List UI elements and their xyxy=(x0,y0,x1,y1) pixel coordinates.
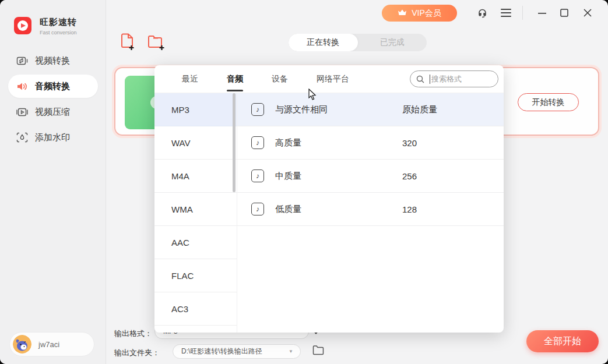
output-format-label: 输出格式： xyxy=(114,328,152,339)
quality-name: 中质量 xyxy=(275,171,301,182)
popup-tab-web-platform[interactable]: 网络平台 xyxy=(317,65,349,93)
format-item-ac3[interactable]: AC3 xyxy=(154,292,237,326)
watermark-icon xyxy=(16,132,28,143)
user-avatar xyxy=(13,335,31,354)
text-caret xyxy=(430,75,430,84)
format-item-mp3[interactable]: MP3 xyxy=(154,93,237,126)
video-convert-icon xyxy=(16,55,28,66)
format-item-aac[interactable]: AAC xyxy=(154,226,237,259)
quality-value: 原始质量 xyxy=(402,104,437,115)
tab-converting[interactable]: 正在转换 xyxy=(289,34,358,51)
quality-row-source[interactable]: ♪ 与源文件相同 原始质量 xyxy=(237,93,504,126)
output-folder-value: D:\旺影速转\转换输出路径 xyxy=(181,347,262,356)
music-note-icon: ♪ xyxy=(251,203,264,215)
app-window: VIP会员 旺影速转 Fast conversion xyxy=(0,0,608,364)
user-account-button[interactable]: jw7aci xyxy=(9,332,94,356)
add-folder-icon[interactable] xyxy=(147,34,165,51)
tab-completed[interactable]: 已完成 xyxy=(358,34,427,51)
audio-convert-icon xyxy=(16,80,28,92)
popup-tab-recent[interactable]: 最近 xyxy=(182,65,198,93)
video-compress-icon xyxy=(16,106,28,118)
popup-body: MP3 WAV M4A WMA AAC FLAC AC3 ♪ 与源文件相同 原始… xyxy=(154,93,504,333)
crown-icon xyxy=(398,9,407,18)
search-icon xyxy=(416,75,424,83)
hamburger-menu-icon[interactable] xyxy=(500,7,512,19)
app-tagline: Fast conversion xyxy=(40,30,77,36)
music-note-icon: ♪ xyxy=(251,169,264,182)
quality-list: ♪ 与源文件相同 原始质量 ♪ 高质量 320 ♪ 中质量 256 xyxy=(237,93,504,333)
format-picker-popup: 最近 音频 设备 网络平台 MP3 WAV xyxy=(154,65,504,333)
minimize-button[interactable] xyxy=(537,8,547,18)
quality-value: 128 xyxy=(402,204,417,214)
vip-button[interactable]: VIP会员 xyxy=(382,5,457,22)
format-search-input[interactable] xyxy=(431,75,490,83)
popup-tab-audio[interactable]: 音频 xyxy=(227,65,243,93)
sidebar-item-video-convert[interactable]: 视频转换 xyxy=(8,49,98,72)
output-folder-label: 输出文件夹： xyxy=(114,348,160,358)
format-item-m4a[interactable]: M4A xyxy=(154,160,237,193)
username-label: jw7aci xyxy=(38,340,59,349)
output-folder-dropdown[interactable]: D:\旺影速转\转换输出路径 ▼ xyxy=(173,344,301,359)
open-folder-icon[interactable] xyxy=(312,345,324,355)
close-button[interactable] xyxy=(582,8,593,18)
quality-name: 低质量 xyxy=(275,204,301,215)
start-all-button[interactable]: 全部开始 xyxy=(526,330,599,352)
format-item-wav[interactable]: WAV xyxy=(154,126,237,160)
format-item-wma[interactable]: WMA xyxy=(154,193,237,226)
format-item-flac[interactable]: FLAC xyxy=(154,259,237,292)
chevron-down-icon: ▼ xyxy=(289,349,293,354)
sidebar-menu: 视频转换 音频转换 xyxy=(0,49,106,151)
quality-row-high[interactable]: ♪ 高质量 320 xyxy=(237,126,504,160)
sidebar-item-label: 视频压缩 xyxy=(35,107,70,118)
format-list: MP3 WAV M4A WMA AAC FLAC AC3 xyxy=(154,93,237,333)
quality-value: 256 xyxy=(402,171,417,181)
add-file-icon[interactable] xyxy=(120,33,135,51)
quality-row-medium[interactable]: ♪ 中质量 256 xyxy=(237,160,504,193)
maximize-button[interactable] xyxy=(559,8,570,18)
format-search-box[interactable] xyxy=(410,70,498,87)
quality-name: 与源文件相同 xyxy=(275,104,328,115)
sidebar-item-label: 视频转换 xyxy=(35,55,70,66)
format-list-scrollbar[interactable] xyxy=(233,93,236,192)
quality-name: 高质量 xyxy=(275,137,301,149)
titlebar-divider xyxy=(522,6,523,20)
sidebar-item-audio-convert[interactable]: 音频转换 xyxy=(8,75,98,98)
sidebar-item-video-compress[interactable]: 视频压缩 xyxy=(8,100,98,123)
sidebar-item-label: 音频转换 xyxy=(35,81,70,92)
sidebar-item-label: 添加水印 xyxy=(35,132,70,143)
main-area: 正在转换 已完成 开始转换 输出格式： MP3 输出文件夹： D:\旺影速转\转… xyxy=(106,0,608,364)
sidebar-item-add-watermark[interactable]: 添加水印 xyxy=(8,126,98,149)
vip-label: VIP会员 xyxy=(412,8,441,19)
popup-header: 最近 音频 设备 网络平台 xyxy=(154,65,504,93)
music-note-icon: ♪ xyxy=(251,136,264,149)
quality-value: 320 xyxy=(402,138,417,148)
music-note-icon: ♪ xyxy=(251,103,264,116)
sidebar: 旺影速转 Fast conversion 视频转换 xyxy=(0,0,106,364)
support-headset-icon[interactable] xyxy=(476,7,488,19)
start-convert-button[interactable]: 开始转换 xyxy=(518,93,579,111)
conversion-tabs: 正在转换 已完成 xyxy=(289,34,427,51)
titlebar: VIP会员 xyxy=(0,0,608,26)
popup-tab-device[interactable]: 设备 xyxy=(272,65,288,93)
quality-row-low[interactable]: ♪ 低质量 128 xyxy=(237,193,504,226)
